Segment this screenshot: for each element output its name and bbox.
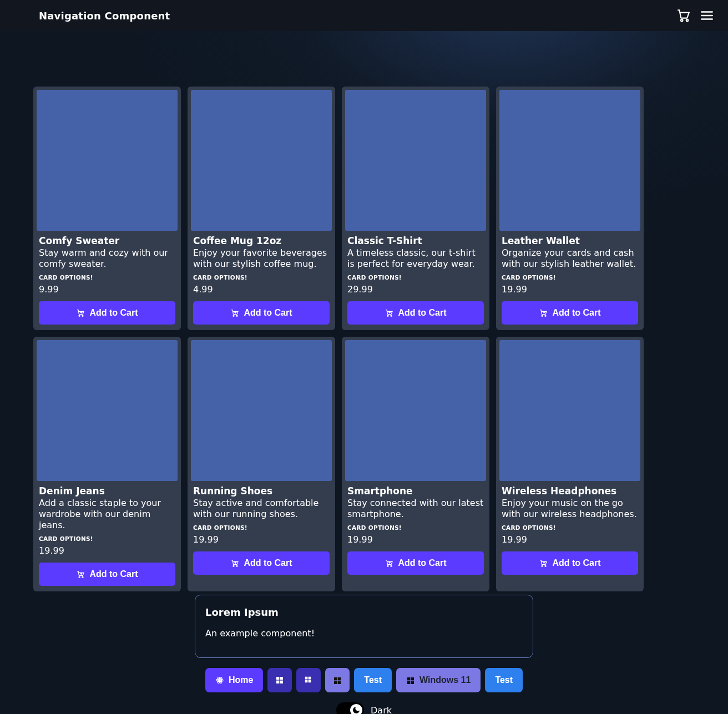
product-title: Running Shoes [193, 485, 330, 497]
add-to-cart-label: Add to Cart [89, 308, 138, 318]
card-options-label: CARD OPTIONS! [193, 274, 330, 281]
svg-point-21 [219, 680, 221, 681]
product-price: 9.99 [39, 284, 175, 295]
product-card: Classic T-ShirtA timeless classic, our t… [342, 87, 489, 330]
cart-icon[interactable] [676, 8, 691, 23]
svg-rect-27 [276, 681, 279, 683]
menu-icon[interactable] [699, 8, 715, 23]
svg-point-14 [82, 576, 83, 578]
svg-point-19 [542, 565, 543, 566]
toggle-knob [350, 704, 362, 714]
svg-point-11 [542, 315, 543, 316]
product-image [191, 340, 332, 481]
svg-rect-26 [280, 677, 283, 680]
product-image [345, 90, 486, 231]
cart-plus-icon [230, 308, 239, 317]
product-price: 19.99 [39, 545, 175, 556]
svg-point-0 [681, 19, 683, 21]
svg-point-17 [387, 565, 388, 566]
svg-rect-32 [309, 680, 311, 683]
windows-button-2[interactable] [296, 668, 321, 692]
add-to-cart-button[interactable]: Add to Cart [193, 301, 330, 325]
theme-toggle[interactable] [336, 702, 364, 714]
test-button-2[interactable]: Test [485, 668, 523, 692]
card-options-label: CARD OPTIONS! [193, 524, 330, 531]
nav-title: Navigation Component [39, 10, 170, 22]
svg-point-1 [686, 19, 688, 21]
svg-point-5 [79, 315, 80, 316]
add-to-cart-button[interactable]: Add to Cart [347, 551, 484, 575]
home-button[interactable]: Home [205, 668, 263, 692]
add-to-cart-label: Add to Cart [244, 558, 292, 568]
svg-point-6 [82, 315, 83, 316]
product-description: Enjoy your favorite beverages with our s… [193, 247, 330, 270]
product-image [499, 340, 640, 481]
product-description: Enjoy your music on the go with our wire… [502, 498, 638, 520]
product-description: A timeless classic, our t-shirt is perfe… [347, 247, 484, 270]
cart-plus-icon [385, 559, 393, 568]
add-to-cart-label: Add to Cart [398, 558, 446, 568]
windows11-button-label: Windows 11 [419, 675, 471, 685]
product-card: Running ShoesStay active and comfortable… [188, 337, 335, 591]
button-row: Home Test Windows 11 Test [0, 668, 728, 692]
svg-rect-35 [334, 681, 337, 684]
panel-body: An example component! [205, 628, 523, 639]
product-price: 29.99 [347, 284, 484, 295]
card-options-label: CARD OPTIONS! [347, 524, 484, 531]
product-card: Leather WalletOrganize your cards and ca… [496, 87, 644, 330]
product-title: Coffee Mug 12oz [193, 235, 330, 246]
cart-plus-icon [385, 308, 393, 317]
product-image [191, 90, 332, 231]
product-price: 4.99 [193, 284, 330, 295]
product-card: Coffee Mug 12ozEnjoy your favorite bever… [188, 87, 335, 330]
svg-rect-37 [407, 677, 410, 680]
test-button-1-label: Test [364, 675, 382, 685]
cart-plus-icon [539, 559, 548, 568]
svg-point-13 [79, 576, 80, 578]
svg-point-20 [545, 565, 546, 566]
cart-plus-icon [76, 570, 85, 579]
product-card: SmartphoneStay connected with our latest… [342, 337, 489, 591]
product-card: Denim JeansAdd a classic staple to your … [33, 337, 181, 591]
product-title: Comfy Sweater [39, 235, 175, 246]
cart-plus-icon [539, 308, 548, 317]
product-card: Wireless HeadphonesEnjoy your music on t… [496, 337, 644, 591]
moon-icon [352, 706, 361, 714]
svg-point-9 [387, 315, 388, 316]
product-image [345, 340, 486, 481]
add-to-cart-button[interactable]: Add to Cart [347, 301, 484, 325]
cart-plus-icon [230, 559, 239, 568]
cart-plus-icon [76, 308, 85, 317]
svg-rect-38 [411, 677, 414, 680]
product-title: Denim Jeans [39, 485, 175, 497]
theme-toggle-row: Dark [0, 702, 728, 714]
svg-rect-36 [338, 681, 341, 684]
windows-button-1[interactable] [267, 668, 292, 692]
windows-icon [304, 676, 313, 685]
svg-point-8 [236, 315, 237, 316]
add-to-cart-button[interactable]: Add to Cart [502, 301, 638, 325]
panel-title: Lorem Ipsum [205, 606, 523, 618]
svg-rect-29 [305, 677, 308, 680]
add-to-cart-button[interactable]: Add to Cart [39, 563, 175, 586]
atom-icon [215, 676, 224, 685]
test-button-1[interactable]: Test [354, 668, 392, 692]
card-options-label: CARD OPTIONS! [39, 535, 175, 542]
windows-button-3[interactable] [325, 668, 350, 692]
svg-point-7 [233, 315, 234, 316]
top-nav: Navigation Component [0, 0, 728, 31]
svg-rect-31 [305, 680, 308, 683]
product-image [37, 340, 178, 481]
add-to-cart-button[interactable]: Add to Cart [502, 551, 638, 575]
windows11-button[interactable]: Windows 11 [396, 668, 481, 692]
add-to-cart-button[interactable]: Add to Cart [193, 551, 330, 575]
product-description: Add a classic staple to your wardrobe wi… [39, 498, 175, 531]
svg-rect-40 [411, 681, 414, 684]
add-to-cart-button[interactable]: Add to Cart [39, 301, 175, 325]
test-button-2-label: Test [495, 675, 513, 685]
svg-point-15 [233, 565, 234, 566]
svg-point-10 [391, 315, 392, 316]
add-to-cart-label: Add to Cart [89, 569, 138, 579]
product-price: 19.99 [347, 534, 484, 545]
product-title: Leather Wallet [502, 235, 638, 246]
